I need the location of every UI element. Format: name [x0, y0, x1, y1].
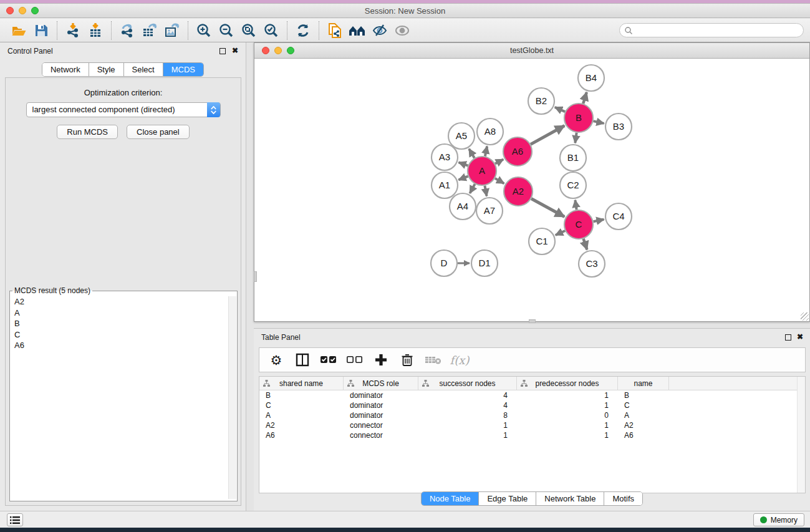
close-panel-icon[interactable]: ✖: [232, 46, 238, 55]
maximize-window-button[interactable]: [31, 7, 39, 14]
tab-network-table[interactable]: Network Table: [536, 492, 604, 505]
table-row[interactable]: A2connector11A2: [259, 420, 805, 430]
table-cell[interactable]: dominator: [344, 400, 418, 410]
network-canvas[interactable]: B4B2BB3A8A5A6B1A3AC2A1A2A4A7CC4C1C3DD1: [254, 59, 809, 321]
table-cell[interactable]: connector: [344, 430, 418, 440]
column-header-name[interactable]: name: [618, 377, 669, 390]
import-table-button[interactable]: [84, 21, 107, 41]
clone-network-button[interactable]: [324, 21, 346, 41]
tab-edge-table[interactable]: Edge Table: [479, 492, 536, 505]
result-scrollbar[interactable]: [228, 296, 236, 499]
column-header-predecessor-nodes[interactable]: predecessor nodes: [517, 377, 618, 390]
table-row[interactable]: A6connector11A6: [259, 430, 805, 440]
graph-edge-A6-B[interactable]: [531, 126, 564, 145]
table-settings-button[interactable]: ⚙: [267, 351, 286, 369]
table-cell[interactable]: 8: [418, 410, 517, 420]
create-column-button[interactable]: [372, 351, 390, 369]
zoom-in-button[interactable]: [193, 21, 215, 41]
table-cell[interactable]: dominator: [344, 390, 418, 400]
table-cell[interactable]: B: [259, 390, 344, 400]
table-cell[interactable]: 1: [517, 420, 618, 430]
table-cell[interactable]: B: [618, 390, 669, 400]
graph-edge-C-C3[interactable]: [584, 239, 587, 249]
graph-edge-B-B1[interactable]: [575, 133, 576, 143]
save-session-button[interactable]: [30, 21, 52, 41]
table-cell[interactable]: A: [259, 410, 344, 420]
float-table-panel-icon[interactable]: [785, 334, 791, 341]
minimize-window-button[interactable]: [19, 7, 26, 14]
import-network-button[interactable]: [62, 21, 84, 41]
split-panel-button[interactable]: [293, 351, 312, 369]
table-cell[interactable]: 1: [418, 420, 517, 430]
table-cell[interactable]: 1: [517, 400, 618, 410]
table-cell[interactable]: 4: [418, 400, 517, 410]
memory-button[interactable]: Memory: [753, 513, 804, 526]
table-cell[interactable]: 0: [517, 410, 618, 420]
column-header-successor-nodes[interactable]: successor nodes: [418, 377, 517, 390]
table-cell[interactable]: A: [618, 410, 669, 420]
graph-edge-B-B4[interactable]: [583, 92, 587, 104]
graph-edge-A-A5[interactable]: [469, 149, 475, 158]
mcds-result-item[interactable]: B: [11, 318, 228, 329]
column-header-shared-name[interactable]: shared name: [259, 377, 344, 390]
graph-edge-A-A1[interactable]: [458, 177, 468, 180]
table-cell[interactable]: C: [618, 400, 669, 410]
refresh-button[interactable]: [292, 21, 314, 41]
zoom-selected-button[interactable]: [260, 21, 282, 41]
network-minimize-button[interactable]: [274, 47, 282, 54]
close-table-panel-icon[interactable]: ✖: [797, 332, 803, 341]
tab-style[interactable]: Style: [89, 63, 124, 76]
graph-edge-B-B3[interactable]: [593, 121, 604, 123]
function-builder-button[interactable]: f(x): [450, 351, 469, 369]
left-splitter-grip[interactable]: [254, 271, 257, 282]
table-cell[interactable]: C: [259, 400, 344, 410]
column-header-MCDS-role[interactable]: MCDS role: [344, 377, 418, 390]
graph-edge-A2-C[interactable]: [531, 199, 564, 217]
tab-select[interactable]: Select: [124, 63, 163, 76]
table-cell[interactable]: 1: [517, 430, 618, 440]
close-panel-button[interactable]: Close panel: [127, 125, 190, 139]
graph-edge-A-A4[interactable]: [470, 184, 475, 193]
table-row[interactable]: Bdominator41B: [259, 390, 805, 400]
task-history-button[interactable]: [7, 513, 23, 526]
graph-edge-A-A6[interactable]: [495, 159, 503, 163]
unselect-all-columns-button[interactable]: [345, 351, 364, 369]
zoom-out-button[interactable]: [215, 21, 238, 41]
export-network-button[interactable]: [116, 21, 138, 41]
window-resize-grip[interactable]: [801, 312, 809, 321]
table-row[interactable]: Cdominator41C: [259, 400, 805, 410]
tab-mcds[interactable]: MCDS: [163, 63, 203, 76]
graph-edge-A-A8[interactable]: [485, 147, 487, 157]
mcds-result-item[interactable]: C: [11, 329, 228, 341]
table-cell[interactable]: A6: [618, 430, 669, 440]
graph-edge-A-A2[interactable]: [495, 178, 504, 183]
graph-edge-C-C2[interactable]: [575, 200, 576, 210]
table-scrollbar[interactable]: [797, 377, 805, 493]
table-cell[interactable]: 1: [517, 390, 618, 400]
network-close-button[interactable]: [262, 47, 269, 54]
mcds-result-item[interactable]: A: [11, 307, 228, 319]
table-cell[interactable]: connector: [344, 420, 418, 430]
tab-network[interactable]: Network: [42, 63, 89, 76]
delete-columns-button[interactable]: [398, 351, 417, 369]
table-cell[interactable]: 4: [418, 390, 517, 400]
bottom-splitter-grip[interactable]: [529, 319, 536, 323]
home-view-button[interactable]: [346, 21, 369, 41]
criterion-dropdown[interactable]: largest connected component (directed): [26, 102, 221, 117]
close-window-button[interactable]: [6, 7, 14, 14]
graph-edge-C-C4[interactable]: [594, 220, 604, 221]
mcds-result-item[interactable]: A2: [11, 296, 228, 307]
graph-edge-C-C1[interactable]: [556, 231, 565, 235]
table-cell[interactable]: A2: [618, 420, 669, 430]
float-panel-icon[interactable]: [219, 48, 226, 54]
table-cell[interactable]: dominator: [344, 410, 418, 420]
tab-motifs[interactable]: Motifs: [604, 492, 642, 505]
graph-edge-A-A3[interactable]: [459, 162, 468, 165]
select-all-columns-button[interactable]: [319, 351, 338, 369]
table-cell[interactable]: A6: [259, 430, 344, 440]
run-mcds-button[interactable]: Run MCDS: [57, 125, 118, 139]
zoom-fit-button[interactable]: [238, 21, 260, 41]
show-graphics-details-button[interactable]: [369, 21, 391, 41]
destroy-table-button[interactable]: [424, 351, 443, 369]
table-cell[interactable]: 1: [418, 430, 517, 440]
